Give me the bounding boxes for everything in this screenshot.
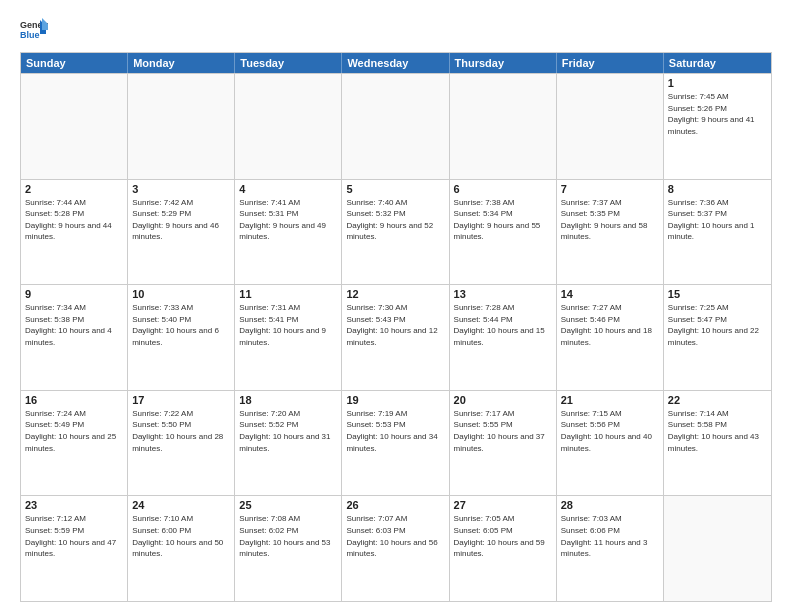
calendar-cell: 8Sunrise: 7:36 AM Sunset: 5:37 PM Daylig… [664,180,771,285]
cell-day-info: Sunrise: 7:24 AM Sunset: 5:49 PM Dayligh… [25,408,123,454]
cell-day-number: 20 [454,394,552,406]
cell-day-info: Sunrise: 7:08 AM Sunset: 6:02 PM Dayligh… [239,513,337,559]
calendar-cell [128,74,235,179]
cell-day-number: 3 [132,183,230,195]
cell-day-info: Sunrise: 7:42 AM Sunset: 5:29 PM Dayligh… [132,197,230,243]
calendar-cell: 28Sunrise: 7:03 AM Sunset: 6:06 PM Dayli… [557,496,664,601]
calendar-row-0: 1Sunrise: 7:45 AM Sunset: 5:26 PM Daylig… [21,73,771,179]
logo-icon: General Blue [20,16,48,44]
calendar-cell [342,74,449,179]
calendar-cell: 11Sunrise: 7:31 AM Sunset: 5:41 PM Dayli… [235,285,342,390]
weekday-header-monday: Monday [128,53,235,73]
calendar-cell: 3Sunrise: 7:42 AM Sunset: 5:29 PM Daylig… [128,180,235,285]
cell-day-number: 2 [25,183,123,195]
cell-day-info: Sunrise: 7:44 AM Sunset: 5:28 PM Dayligh… [25,197,123,243]
cell-day-info: Sunrise: 7:07 AM Sunset: 6:03 PM Dayligh… [346,513,444,559]
cell-day-number: 10 [132,288,230,300]
calendar-cell: 27Sunrise: 7:05 AM Sunset: 6:05 PM Dayli… [450,496,557,601]
calendar-cell [235,74,342,179]
cell-day-number: 1 [668,77,767,89]
calendar-header: SundayMondayTuesdayWednesdayThursdayFrid… [21,53,771,73]
calendar-row-1: 2Sunrise: 7:44 AM Sunset: 5:28 PM Daylig… [21,179,771,285]
calendar-cell [557,74,664,179]
cell-day-number: 23 [25,499,123,511]
cell-day-info: Sunrise: 7:27 AM Sunset: 5:46 PM Dayligh… [561,302,659,348]
calendar-cell: 25Sunrise: 7:08 AM Sunset: 6:02 PM Dayli… [235,496,342,601]
calendar-cell: 22Sunrise: 7:14 AM Sunset: 5:58 PM Dayli… [664,391,771,496]
cell-day-info: Sunrise: 7:36 AM Sunset: 5:37 PM Dayligh… [668,197,767,243]
calendar-row-2: 9Sunrise: 7:34 AM Sunset: 5:38 PM Daylig… [21,284,771,390]
cell-day-number: 19 [346,394,444,406]
cell-day-number: 9 [25,288,123,300]
page-header: General Blue [20,16,772,44]
cell-day-number: 25 [239,499,337,511]
cell-day-info: Sunrise: 7:34 AM Sunset: 5:38 PM Dayligh… [25,302,123,348]
svg-text:Blue: Blue [20,30,40,40]
calendar-body: 1Sunrise: 7:45 AM Sunset: 5:26 PM Daylig… [21,73,771,601]
calendar-cell: 20Sunrise: 7:17 AM Sunset: 5:55 PM Dayli… [450,391,557,496]
cell-day-number: 18 [239,394,337,406]
cell-day-number: 27 [454,499,552,511]
calendar-cell: 24Sunrise: 7:10 AM Sunset: 6:00 PM Dayli… [128,496,235,601]
cell-day-number: 6 [454,183,552,195]
calendar-cell: 19Sunrise: 7:19 AM Sunset: 5:53 PM Dayli… [342,391,449,496]
cell-day-info: Sunrise: 7:20 AM Sunset: 5:52 PM Dayligh… [239,408,337,454]
cell-day-number: 22 [668,394,767,406]
cell-day-number: 5 [346,183,444,195]
cell-day-number: 13 [454,288,552,300]
cell-day-info: Sunrise: 7:41 AM Sunset: 5:31 PM Dayligh… [239,197,337,243]
calendar-cell: 23Sunrise: 7:12 AM Sunset: 5:59 PM Dayli… [21,496,128,601]
cell-day-info: Sunrise: 7:25 AM Sunset: 5:47 PM Dayligh… [668,302,767,348]
cell-day-info: Sunrise: 7:40 AM Sunset: 5:32 PM Dayligh… [346,197,444,243]
cell-day-info: Sunrise: 7:31 AM Sunset: 5:41 PM Dayligh… [239,302,337,348]
cell-day-info: Sunrise: 7:19 AM Sunset: 5:53 PM Dayligh… [346,408,444,454]
cell-day-info: Sunrise: 7:05 AM Sunset: 6:05 PM Dayligh… [454,513,552,559]
cell-day-number: 21 [561,394,659,406]
cell-day-number: 17 [132,394,230,406]
cell-day-number: 7 [561,183,659,195]
cell-day-number: 12 [346,288,444,300]
weekday-header-sunday: Sunday [21,53,128,73]
weekday-header-thursday: Thursday [450,53,557,73]
cell-day-info: Sunrise: 7:03 AM Sunset: 6:06 PM Dayligh… [561,513,659,559]
calendar-cell: 26Sunrise: 7:07 AM Sunset: 6:03 PM Dayli… [342,496,449,601]
calendar-cell: 13Sunrise: 7:28 AM Sunset: 5:44 PM Dayli… [450,285,557,390]
cell-day-info: Sunrise: 7:10 AM Sunset: 6:00 PM Dayligh… [132,513,230,559]
cell-day-number: 15 [668,288,767,300]
calendar-cell: 10Sunrise: 7:33 AM Sunset: 5:40 PM Dayli… [128,285,235,390]
calendar-cell: 2Sunrise: 7:44 AM Sunset: 5:28 PM Daylig… [21,180,128,285]
cell-day-number: 28 [561,499,659,511]
cell-day-info: Sunrise: 7:12 AM Sunset: 5:59 PM Dayligh… [25,513,123,559]
calendar-row-4: 23Sunrise: 7:12 AM Sunset: 5:59 PM Dayli… [21,495,771,601]
cell-day-info: Sunrise: 7:17 AM Sunset: 5:55 PM Dayligh… [454,408,552,454]
cell-day-info: Sunrise: 7:14 AM Sunset: 5:58 PM Dayligh… [668,408,767,454]
calendar-cell [450,74,557,179]
cell-day-number: 26 [346,499,444,511]
calendar-cell: 18Sunrise: 7:20 AM Sunset: 5:52 PM Dayli… [235,391,342,496]
cell-day-info: Sunrise: 7:15 AM Sunset: 5:56 PM Dayligh… [561,408,659,454]
cell-day-number: 14 [561,288,659,300]
logo: General Blue [20,16,48,44]
cell-day-info: Sunrise: 7:45 AM Sunset: 5:26 PM Dayligh… [668,91,767,137]
cell-day-info: Sunrise: 7:37 AM Sunset: 5:35 PM Dayligh… [561,197,659,243]
cell-day-number: 24 [132,499,230,511]
cell-day-number: 11 [239,288,337,300]
calendar-cell: 21Sunrise: 7:15 AM Sunset: 5:56 PM Dayli… [557,391,664,496]
calendar-cell: 5Sunrise: 7:40 AM Sunset: 5:32 PM Daylig… [342,180,449,285]
calendar-row-3: 16Sunrise: 7:24 AM Sunset: 5:49 PM Dayli… [21,390,771,496]
cell-day-number: 8 [668,183,767,195]
calendar-cell: 17Sunrise: 7:22 AM Sunset: 5:50 PM Dayli… [128,391,235,496]
cell-day-info: Sunrise: 7:22 AM Sunset: 5:50 PM Dayligh… [132,408,230,454]
calendar: SundayMondayTuesdayWednesdayThursdayFrid… [20,52,772,602]
cell-day-info: Sunrise: 7:28 AM Sunset: 5:44 PM Dayligh… [454,302,552,348]
cell-day-info: Sunrise: 7:30 AM Sunset: 5:43 PM Dayligh… [346,302,444,348]
weekday-header-friday: Friday [557,53,664,73]
calendar-cell: 6Sunrise: 7:38 AM Sunset: 5:34 PM Daylig… [450,180,557,285]
calendar-cell: 15Sunrise: 7:25 AM Sunset: 5:47 PM Dayli… [664,285,771,390]
calendar-cell: 12Sunrise: 7:30 AM Sunset: 5:43 PM Dayli… [342,285,449,390]
calendar-cell: 1Sunrise: 7:45 AM Sunset: 5:26 PM Daylig… [664,74,771,179]
cell-day-number: 16 [25,394,123,406]
cell-day-number: 4 [239,183,337,195]
calendar-cell: 4Sunrise: 7:41 AM Sunset: 5:31 PM Daylig… [235,180,342,285]
cell-day-info: Sunrise: 7:33 AM Sunset: 5:40 PM Dayligh… [132,302,230,348]
